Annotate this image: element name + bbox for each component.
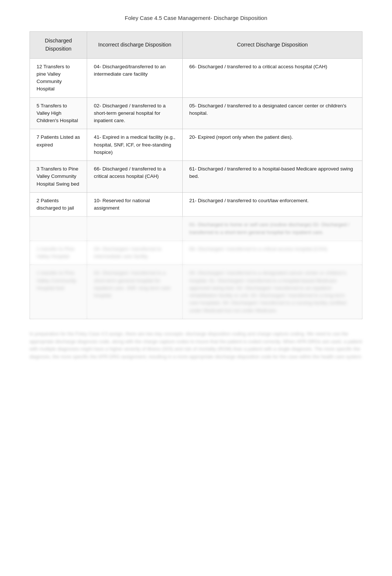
bottom-paragraph: In preparation for the Foley Case 4.5 as… [30, 330, 362, 361]
table-row-1-col2: 02- Discharged / transferred to a short-… [87, 97, 182, 129]
table-row-4-col2: 10- Reserved for national assignment [87, 192, 182, 217]
table-row-3-col1: 3 Transfers to Pine Valley Community Hos… [30, 161, 87, 193]
table-row-0-col3: 66- Discharged / transferred to a critic… [182, 58, 362, 97]
blurred-row-1-col2: 02- Discharged / transferred to a short-… [87, 265, 182, 319]
table-row-2-col3: 20- Expired (report only when the patien… [182, 129, 362, 161]
blurred-row-1-col1: 1 transfer to Pine Valley Community Hosp… [30, 265, 87, 319]
table-row-1-col3: 05- Discharged / transferred to a design… [182, 97, 362, 129]
table-row-1-col1: 5 Transfers to Valley High Children's Ho… [30, 97, 87, 129]
table-row-0-col2: 04- Discharged/transferred to an interme… [87, 58, 182, 97]
table-row-2-col1: 7 Patients Listed as expired [30, 129, 87, 161]
table-row-5-col1 [30, 217, 87, 241]
blurred-row-0-col1: 1 transfer to Pine Valley Hospital [30, 241, 87, 265]
discharge-disposition-table: Discharged Disposition Incorrect dischar… [30, 31, 362, 319]
table-row-3-col3: 61- Discharged / transferred to a hospit… [182, 161, 362, 193]
table-row-3-col2: 66- Discharged / transferred to a critic… [87, 161, 182, 193]
table-row-0-col1: 12 Transfers to pine Valley Community Ho… [30, 58, 87, 97]
blurred-row-0-col2: 04- Discharged / transferred to intermed… [87, 241, 182, 265]
blurred-row-0-col3: 66- Discharged / transferred to a critic… [182, 241, 362, 265]
table-row-5-col3: 01- Discharged to home or self care (rou… [182, 217, 362, 241]
table-row-4-col3: 21- Discharged / transferred to court/la… [182, 192, 362, 217]
blurred-row-1-col3: 05- Discharged / transferred to a design… [182, 265, 362, 319]
page-title: Foley Case 4.5 Case Management- Discharg… [30, 15, 362, 21]
table-row-2-col2: 41- Expired in a medical facility (e.g.,… [87, 129, 182, 161]
table-row-4-col1: 2 Patients discharged to jail [30, 192, 87, 217]
col3-header: Correct Discharge Disposition [182, 32, 362, 59]
table-row-5-col2 [87, 217, 182, 241]
col2-header: Incorrect discharge Disposition [87, 32, 182, 59]
col1-header: Discharged Disposition [30, 32, 87, 59]
